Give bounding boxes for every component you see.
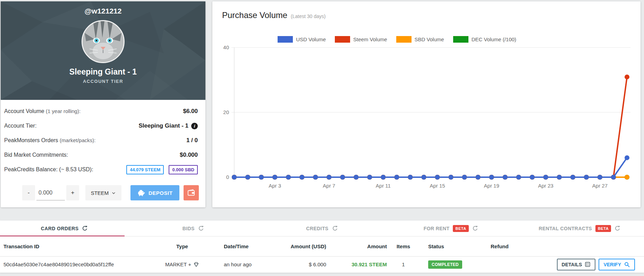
order-datetime: an hour ago: [215, 261, 279, 267]
piggy-bank-icon: [137, 189, 145, 196]
increase-amount-button[interactable]: +: [66, 185, 79, 200]
refresh-icon[interactable]: [615, 225, 620, 231]
account-volume-value: $6.00: [183, 108, 198, 115]
orders-table-header: Transaction ID Type Date/Time Amount (US…: [0, 236, 644, 257]
username: @w121212: [85, 7, 122, 15]
col-amount: Amount: [326, 243, 387, 249]
peakcredits-label: PeakCredits Balance:: [4, 166, 58, 172]
orders-section: CARD ORDERS BIDS CREDITS FOR RENT BETA: [0, 221, 644, 273]
deposit-amount-input[interactable]: [36, 185, 65, 200]
profile-header: @w121212: [1, 1, 205, 100]
orders-table: Transaction ID Type Date/Time Amount (US…: [0, 236, 644, 273]
currency-select-value: STEEM: [91, 190, 109, 196]
decrease-amount-button[interactable]: -: [22, 185, 35, 200]
refresh-icon[interactable]: [198, 225, 204, 231]
orders-count-label: PeakMonsters Orders: [4, 137, 58, 143]
tab-credits[interactable]: CREDITS: [257, 221, 386, 236]
tab-bids[interactable]: BIDS: [129, 221, 257, 236]
legend-item: USD Volume: [278, 36, 326, 43]
order-amount: 30.921 STEEM: [326, 261, 387, 267]
details-list-icon: [585, 261, 591, 267]
transaction-id: 50cd4ae5030e7c4ae80489019ece0bd0a5f12ffe: [0, 261, 149, 267]
info-icon[interactable]: i: [191, 123, 198, 129]
avatar[interactable]: [82, 20, 125, 63]
tab-rental-contracts[interactable]: RENTAL CONTRACTS BETA: [515, 221, 644, 236]
order-items: 1: [387, 261, 420, 267]
status-badge: COMPLETED: [428, 260, 462, 269]
bid-commitments-label: Bid Market Commitments:: [4, 152, 68, 158]
refresh-icon[interactable]: [82, 225, 88, 231]
steem-balance-pill[interactable]: 44.079 STEEM: [126, 165, 164, 174]
deposit-button[interactable]: DEPOSIT: [130, 185, 179, 200]
col-datetime: Date/Time: [215, 243, 279, 249]
legend-item: Steem Volume: [335, 36, 387, 43]
tab-for-rent-label: FOR RENT: [424, 226, 450, 231]
wallet-icon: [187, 189, 195, 196]
svg-text:20: 20: [223, 109, 229, 115]
orders-tabbar: CARD ORDERS BIDS CREDITS FOR RENT BETA: [0, 221, 644, 236]
table-row: 50cd4ae5030e7c4ae80489019ece0bd0a5f12ffe…: [0, 257, 644, 273]
currency-select[interactable]: STEEM: [85, 185, 121, 200]
orders-count-sublabel: (market/packs):: [60, 137, 95, 143]
sbd-balance-pill[interactable]: 0.000 SBD: [169, 165, 198, 174]
svg-text:Apr 19: Apr 19: [484, 183, 499, 189]
col-status: Status: [420, 243, 479, 249]
svg-text:Apr 11: Apr 11: [376, 183, 391, 189]
chart-subtitle: (Latest 30 days): [291, 14, 325, 19]
legend-swatch: [335, 36, 350, 43]
tab-card-orders-label: CARD ORDERS: [41, 226, 79, 231]
beta-badge: BETA: [595, 225, 611, 232]
order-type: MARKET +: [165, 261, 191, 267]
legend-item: DEC Volume (/100): [453, 36, 516, 43]
gem-icon: [193, 261, 199, 267]
svg-text:Apr 27: Apr 27: [592, 183, 608, 189]
peakcredits-row: PeakCredits Balance: (~ 8.53 USD): 44.07…: [1, 162, 205, 177]
verify-button-label: VERIFY: [603, 262, 621, 267]
refresh-icon[interactable]: [472, 225, 478, 231]
deposit-button-label: DEPOSIT: [149, 190, 172, 196]
purchase-volume-card: Purchase Volume (Latest 30 days) USD Vol…: [212, 1, 641, 207]
tab-for-rent[interactable]: FOR RENT BETA: [387, 221, 515, 236]
bid-commitments-row: Bid Market Commitments: $0.000: [1, 148, 205, 162]
chart-title: Purchase Volume: [222, 10, 287, 20]
account-volume-sublabel: (1 year rolling):: [46, 108, 80, 114]
chart-legend: USD VolumeSteem VolumeSBD VolumeDEC Volu…: [212, 36, 582, 43]
col-type: Type: [149, 243, 215, 249]
tab-credits-label: CREDITS: [306, 226, 328, 231]
chevron-down-icon: [111, 191, 116, 195]
peakcredits-sublabel: (~ 8.53 USD):: [59, 166, 93, 172]
cat-avatar-image: [83, 21, 124, 62]
orders-count-row: PeakMonsters Orders (market/packs): 1 / …: [1, 133, 205, 148]
details-button-label: DETAILS: [562, 262, 582, 267]
details-button[interactable]: DETAILS: [557, 259, 596, 270]
legend-swatch: [453, 36, 468, 43]
verify-button[interactable]: VERIFY: [599, 259, 635, 270]
profile-card: @w121212: [1, 1, 205, 207]
svg-text:Apr 15: Apr 15: [430, 183, 445, 189]
tab-card-orders[interactable]: CARD ORDERS: [0, 221, 129, 236]
legend-item: SBD Volume: [396, 36, 444, 43]
legend-swatch: [278, 36, 293, 43]
account-volume-label: Account Volume: [4, 108, 44, 114]
legend-swatch: [396, 36, 412, 43]
account-tier-label: Account Tier:: [4, 123, 36, 129]
svg-text:Apr 7: Apr 7: [323, 183, 335, 189]
col-transaction-id: Transaction ID: [0, 243, 149, 249]
account-dashboard: @w121212: [0, 0, 644, 276]
purchase-volume-chart: 02040Apr 3Apr 7Apr 11Apr 15Apr 19Apr 23A…: [212, 44, 641, 193]
orders-count-value: 1 / 0: [186, 137, 198, 144]
wallet-button[interactable]: [184, 185, 199, 200]
col-items: Items: [387, 243, 420, 249]
bid-commitments-value: $0.000: [180, 152, 198, 158]
svg-text:0: 0: [226, 174, 229, 180]
account-volume-row: Account Volume (1 year rolling): $6.00: [1, 104, 205, 119]
svg-text:40: 40: [223, 44, 229, 50]
account-tier-value: Sleeping Giant - 1: [138, 122, 188, 129]
account-info-rows: Account Volume (1 year rolling): $6.00 A…: [1, 100, 205, 177]
order-amount-usd: $ 6.000: [279, 261, 326, 267]
col-refund: Refund: [479, 243, 527, 249]
beta-badge: BETA: [453, 225, 468, 232]
refresh-icon[interactable]: [332, 225, 338, 231]
col-amount-usd: Amount (USD): [279, 243, 326, 249]
deposit-controls: - + STEEM DEPOSIT: [1, 182, 205, 204]
